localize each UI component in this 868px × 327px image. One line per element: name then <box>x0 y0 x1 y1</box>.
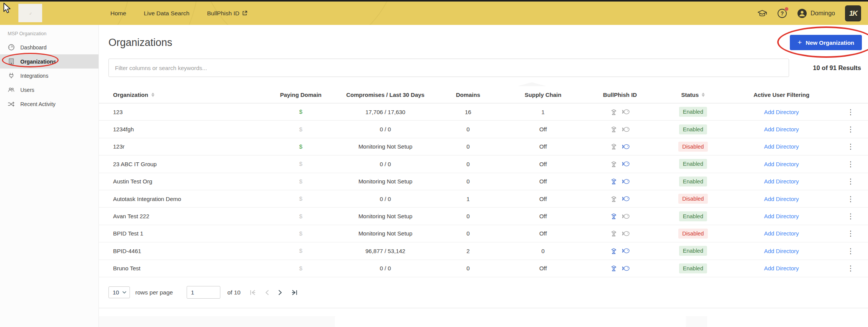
sidebar-item-label: Dashboard <box>20 44 47 51</box>
compromises-cell: 0 / 0 <box>337 126 433 132</box>
training-icon[interactable] <box>610 265 617 271</box>
add-directory-link[interactable]: Add Directory <box>764 126 799 132</box>
sidebar-item-integrations[interactable]: Integrations <box>0 69 98 83</box>
kebab-menu-icon[interactable]: ⋮ <box>847 195 854 203</box>
add-directory-link[interactable]: Add Directory <box>764 248 799 254</box>
paying-domain-cell: $ <box>264 160 338 167</box>
graduation-cap-icon[interactable] <box>757 9 767 18</box>
phishing-icon[interactable] <box>622 127 630 132</box>
training-icon[interactable] <box>610 109 617 115</box>
table-row: Avan Test 222$Monitoring Not Setup0OffEn… <box>99 208 868 225</box>
organization-name[interactable]: Autotask Integration Demo <box>99 196 264 202</box>
page-number-input[interactable] <box>187 286 220 299</box>
kebab-menu-icon[interactable]: ⋮ <box>847 125 854 133</box>
phishing-icon[interactable] <box>622 196 630 201</box>
paying-domain-cell: $ <box>264 178 338 185</box>
kebab-menu-icon[interactable]: ⋮ <box>847 160 854 168</box>
phishing-icon[interactable] <box>622 266 630 271</box>
kebab-menu-icon[interactable]: ⋮ <box>847 177 854 185</box>
rows-per-page-select[interactable]: 10 <box>108 286 130 298</box>
phishing-icon[interactable] <box>622 109 630 114</box>
phishing-icon[interactable] <box>622 144 630 149</box>
training-icon[interactable] <box>610 143 617 150</box>
active-user-filtering-cell: Add Directory <box>730 161 834 167</box>
add-directory-link[interactable]: Add Directory <box>764 213 799 219</box>
kaseya-logo[interactable]: 1K <box>845 5 861 21</box>
organization-name[interactable]: Austin Test Org <box>99 178 264 185</box>
add-directory-link[interactable]: Add Directory <box>764 109 799 115</box>
active-user-filtering-cell: Add Directory <box>730 109 834 115</box>
phishing-icon[interactable] <box>622 214 630 219</box>
add-directory-link[interactable]: Add Directory <box>764 230 799 237</box>
rows-per-page-label: rows per page <box>135 289 173 296</box>
next-page-button[interactable] <box>278 290 282 295</box>
dollar-icon: $ <box>299 247 303 254</box>
organization-name[interactable]: 123 <box>99 109 264 115</box>
kebab-menu-icon[interactable]: ⋮ <box>847 264 854 272</box>
phishing-icon[interactable] <box>622 161 630 167</box>
organization-name[interactable]: Avan Test 222 <box>99 213 264 219</box>
kebab-menu-icon[interactable]: ⋮ <box>847 212 854 220</box>
nav-item-bullphish-id[interactable]: BullPhish ID <box>207 10 247 17</box>
organization-name[interactable]: 1234fgh <box>99 126 264 132</box>
compromises-cell: 0 / 0 <box>337 196 433 202</box>
nav-item-live-data-search[interactable]: Live Data Search <box>144 10 189 17</box>
sort-icon[interactable] <box>702 93 705 97</box>
sidebar-item-recent-activity[interactable]: Recent Activity <box>0 97 98 111</box>
organization-name[interactable]: 123r <box>99 143 264 150</box>
organization-name[interactable]: Bruno Test <box>99 265 264 271</box>
column-header-label: Domains <box>456 92 480 98</box>
sidebar-item-organizations[interactable]: Organizations <box>0 54 98 69</box>
training-icon[interactable] <box>610 126 617 132</box>
active-user-filtering-cell: Add Directory <box>730 265 834 271</box>
domains-cell: 0 <box>433 230 503 237</box>
kebab-menu-icon[interactable]: ⋮ <box>847 247 854 255</box>
training-icon[interactable] <box>610 161 617 167</box>
add-directory-link[interactable]: Add Directory <box>764 178 799 185</box>
table-row: Bruno Test$0 / 00OffEnabledAdd Directory… <box>99 260 868 277</box>
status-cell: Enabled <box>656 263 730 273</box>
add-directory-link[interactable]: Add Directory <box>764 265 799 271</box>
organization-name[interactable]: 23 ABC IT Group <box>99 161 264 167</box>
domains-cell: 2 <box>433 248 503 254</box>
new-organization-button[interactable]: + New Organization <box>790 35 862 50</box>
add-directory-link[interactable]: Add Directory <box>764 161 799 167</box>
add-directory-link[interactable]: Add Directory <box>764 196 799 202</box>
status-cell: Disabled <box>656 142 730 152</box>
kebab-menu-icon[interactable]: ⋮ <box>847 229 854 237</box>
kebab-menu-icon[interactable]: ⋮ <box>847 108 854 116</box>
column-header-status[interactable]: Status <box>656 92 730 98</box>
first-page-button[interactable] <box>250 290 256 295</box>
nav-item-home[interactable]: Home <box>110 10 126 17</box>
help-icon[interactable]: ? <box>777 8 787 18</box>
column-header-organization[interactable]: Organization <box>99 92 264 98</box>
supply-chain-cell: Off <box>503 126 584 132</box>
status-badge: Disabled <box>678 142 707 152</box>
status-cell: Enabled <box>656 124 730 134</box>
phishing-icon[interactable] <box>622 231 630 236</box>
compromises-cell: Monitoring Not Setup <box>337 178 433 185</box>
filter-search-input[interactable] <box>108 59 789 77</box>
user-menu[interactable]: Domingo <box>797 8 835 18</box>
sidebar-item-dashboard[interactable]: Dashboard <box>0 40 98 54</box>
organization-name[interactable]: BPID-4461 <box>99 248 264 254</box>
training-icon[interactable] <box>610 196 617 202</box>
add-directory-link[interactable]: Add Directory <box>764 143 799 150</box>
previous-page-button[interactable] <box>265 290 269 295</box>
training-icon[interactable] <box>610 230 617 237</box>
training-icon[interactable] <box>610 178 617 185</box>
organization-name[interactable]: BPID Test 1 <box>99 230 264 237</box>
sort-icon[interactable] <box>151 93 154 97</box>
training-icon[interactable] <box>610 248 617 254</box>
last-page-button[interactable] <box>291 290 297 295</box>
compromises-cell: Monitoring Not Setup <box>337 213 433 219</box>
training-icon[interactable] <box>610 213 617 219</box>
dollar-icon: $ <box>299 126 303 132</box>
integrations-icon <box>8 72 15 79</box>
sidebar-item-users[interactable]: Users <box>0 83 98 97</box>
phishing-icon[interactable] <box>622 248 630 253</box>
dollar-icon: $ <box>299 143 303 150</box>
phishing-icon[interactable] <box>622 179 630 184</box>
supply-chain-cell: Off <box>503 143 584 150</box>
kebab-menu-icon[interactable]: ⋮ <box>847 142 854 150</box>
